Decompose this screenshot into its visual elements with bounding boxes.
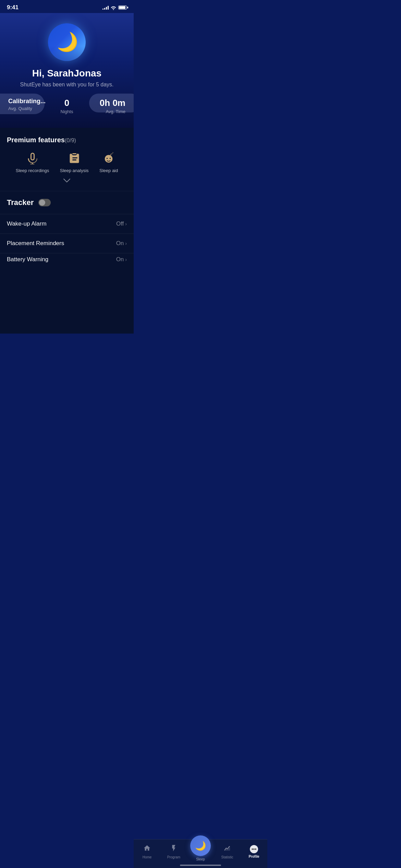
stat-nights-value: 0	[47, 98, 86, 108]
wifi-icon	[111, 5, 116, 10]
tracker-section: Tracker	[0, 191, 134, 207]
settings-row-battery-warning[interactable]: Battery Warning On ›	[0, 253, 134, 266]
expand-features-button[interactable]	[7, 173, 127, 185]
feature-sleep-analysis-label: Sleep analysis	[60, 168, 89, 173]
signal-icon	[102, 5, 109, 10]
stats-row: Calibrating... Avg. Quality 0 Nights 0h …	[0, 88, 134, 118]
main-content: Premium features(0/9) Sleep recordings S…	[0, 128, 134, 334]
settings-row-placement-reminders[interactable]: Placement Reminders On ›	[0, 233, 134, 253]
feature-sleep-analysis[interactable]: Sleep analysis	[60, 152, 89, 173]
chevron-right-icon: ›	[125, 221, 127, 227]
battery-warning-value: On ›	[116, 256, 127, 263]
settings-row-wake-up-alarm[interactable]: Wake-up Alarm Off ›	[0, 214, 134, 233]
chevron-right-icon: ›	[125, 241, 127, 246]
stat-quality-value: Calibrating...	[8, 98, 47, 105]
moon-icon: 🌙	[54, 30, 80, 54]
premium-count: (0/9)	[65, 137, 76, 143]
clipboard-icon	[68, 152, 81, 165]
chevron-right-icon: ›	[125, 257, 127, 262]
premium-title: Premium features(0/9)	[7, 136, 127, 144]
feature-sleep-recordings-label: Sleep recordings	[16, 168, 49, 173]
feature-sleep-recordings[interactable]: Sleep recordings	[16, 152, 49, 173]
status-icons	[102, 5, 127, 10]
svg-text:z: z	[112, 152, 113, 154]
status-time: 9:41	[7, 4, 19, 11]
tracker-toggle[interactable]	[38, 199, 51, 206]
stat-avg-time-value: 0h 0m	[86, 98, 125, 108]
wake-up-alarm-label: Wake-up Alarm	[7, 220, 47, 227]
status-bar: 9:41	[0, 0, 134, 13]
tracker-toggle-knob	[39, 200, 45, 206]
stat-avg-time: 0h 0m Avg. Time	[86, 98, 125, 114]
moon-circle: 🌙	[48, 23, 86, 61]
tracker-title: Tracker	[7, 198, 34, 207]
stat-avg-time-label: Avg. Time	[86, 109, 125, 114]
greeting: Hi, SarahJonas ShutEye has been with you…	[0, 68, 134, 88]
hero-section: 🌙 Hi, SarahJonas ShutEye has been with y…	[0, 13, 134, 128]
battery-warning-label: Battery Warning	[7, 256, 48, 263]
svg-point-2	[110, 158, 111, 159]
feature-sleep-aid[interactable]: z z z Sleep aid	[99, 152, 118, 173]
stat-quality-label: Avg. Quality	[8, 106, 47, 111]
placement-reminders-value: On ›	[116, 240, 127, 247]
greeting-title: Hi, SarahJonas	[7, 68, 127, 79]
battery-icon	[118, 5, 127, 10]
placement-reminders-label: Placement Reminders	[7, 240, 64, 247]
app-logo: 🌙	[0, 13, 134, 68]
features-grid: Sleep recordings Sleep analysis z z	[7, 152, 127, 173]
premium-section: Premium features(0/9) Sleep recordings S…	[0, 128, 134, 191]
microphone-icon	[26, 152, 39, 165]
feature-sleep-aid-label: Sleep aid	[99, 168, 118, 173]
tracker-header: Tracker	[7, 198, 127, 207]
sleep-face-icon: z z z	[102, 152, 115, 165]
settings-list: Wake-up Alarm Off › Placement Reminders …	[0, 214, 134, 266]
wake-up-alarm-value: Off ›	[116, 220, 127, 227]
stat-quality: Calibrating... Avg. Quality	[8, 98, 47, 111]
svg-point-1	[107, 158, 108, 159]
stat-nights: 0 Nights	[47, 98, 86, 114]
stat-nights-label: Nights	[47, 109, 86, 114]
greeting-subtitle: ShutEye has been with you for 5 days.	[7, 82, 127, 88]
